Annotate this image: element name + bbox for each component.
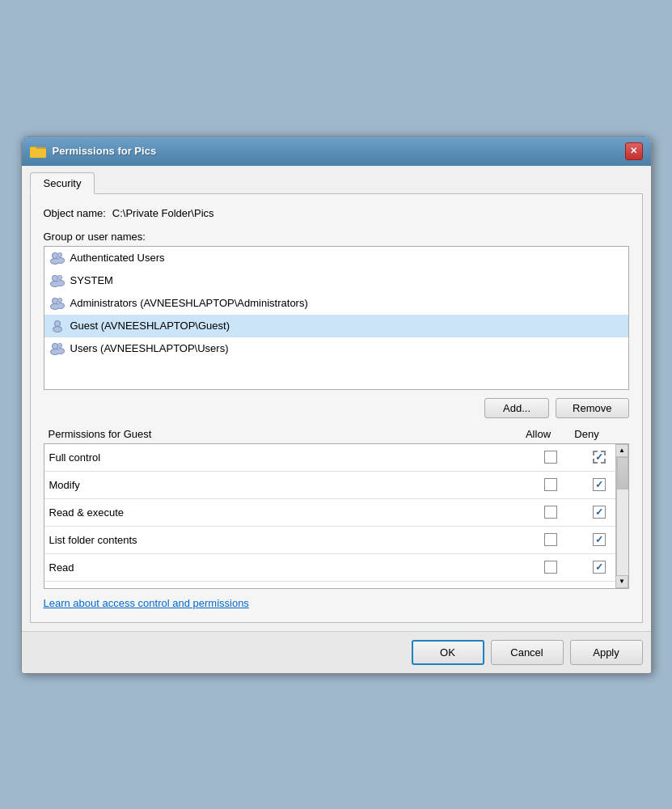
table-row: Modify: [44, 472, 628, 499]
user-name: Administrators (AVNEESHLAPTOP\Administra…: [70, 297, 308, 309]
svg-point-11: [57, 258, 64, 263]
learn-link[interactable]: Learn about access control and permissio…: [44, 597, 249, 609]
ok-button[interactable]: OK: [412, 640, 484, 665]
permissions-table: Full control Modify: [44, 443, 629, 589]
table-row: List folder contents: [44, 527, 628, 554]
deny-checkbox-fullcontrol[interactable]: [593, 451, 606, 464]
user-name: Users (AVNEESHLAPTOP\Users): [70, 342, 229, 354]
group-section-label: Group or user names:: [44, 231, 629, 243]
svg-point-31: [53, 327, 61, 332]
user-list-buttons: Add... Remove: [44, 398, 629, 418]
group-icon: [49, 273, 66, 289]
scrollbar-thumb[interactable]: [617, 457, 628, 489]
svg-point-30: [55, 321, 60, 326]
permissions-for-label: Permissions for Guest: [49, 428, 514, 440]
tab-content-security: Object name: C:\Private Folder\Pics Grou…: [30, 193, 643, 623]
apply-button[interactable]: Apply: [570, 640, 643, 665]
svg-point-19: [57, 281, 64, 286]
svg-point-16: [53, 276, 57, 281]
deny-checkbox-listfolder[interactable]: [593, 533, 606, 546]
svg-point-37: [57, 343, 61, 347]
dialog-title: Permissions for Pics: [53, 145, 625, 157]
user-name: Authenticated Users: [70, 252, 165, 264]
tab-bar: Security: [30, 172, 643, 194]
svg-point-8: [53, 253, 57, 258]
list-item-selected[interactable]: Guest (AVNEESHLAPTOP\Guest): [44, 315, 628, 337]
allow-cell[interactable]: [526, 561, 575, 574]
user-list[interactable]: Authenticated Users: [44, 246, 629, 390]
svg-point-27: [57, 303, 64, 308]
allow-cell[interactable]: [526, 451, 575, 464]
table-row: Read & execute: [44, 499, 628, 527]
permissions-dialog: Permissions for Pics ✕ Security Object n…: [21, 136, 652, 674]
table-row: Read: [44, 554, 628, 582]
svg-point-17: [57, 275, 61, 279]
svg-point-36: [53, 344, 57, 349]
deny-checkbox-read[interactable]: [593, 561, 606, 574]
object-path: C:\Private Folder\Pics: [112, 207, 214, 219]
add-button[interactable]: Add...: [484, 398, 549, 418]
allow-checkbox-fullcontrol[interactable]: [544, 451, 557, 464]
allow-cell[interactable]: [526, 533, 575, 546]
deny-col-header: Deny: [563, 428, 611, 440]
permissions-header: Permissions for Guest Allow Deny: [44, 428, 629, 443]
list-item[interactable]: SYSTEM: [44, 269, 628, 292]
deny-checkbox-readexecute[interactable]: [593, 506, 606, 519]
perm-name: Read & execute: [49, 506, 526, 519]
tab-security[interactable]: Security: [30, 172, 95, 194]
perm-name: List folder contents: [49, 534, 526, 546]
title-bar: Permissions for Pics ✕: [22, 137, 651, 166]
dialog-footer: OK Cancel Apply: [22, 631, 651, 673]
scroll-down-arrow[interactable]: ▼: [615, 575, 628, 588]
group-icon: [49, 295, 66, 311]
group-icon: [49, 250, 66, 266]
allow-checkbox-listfolder[interactable]: [544, 533, 557, 546]
allow-col-header: Allow: [514, 428, 563, 440]
group-icon: [49, 341, 66, 357]
dialog-body: Security Object name: C:\Private Folder\…: [22, 166, 651, 631]
svg-point-24: [53, 299, 57, 303]
scroll-up-arrow[interactable]: ▲: [615, 444, 628, 457]
deny-checkbox-modify[interactable]: [593, 478, 606, 491]
user-name: SYSTEM: [70, 274, 113, 286]
svg-point-25: [57, 298, 61, 302]
list-item[interactable]: Users (AVNEESHLAPTOP\Users): [44, 337, 628, 360]
object-name-row: Object name: C:\Private Folder\Pics: [44, 207, 629, 219]
object-name-label: Object name:: [44, 207, 106, 219]
svg-rect-3: [30, 147, 36, 150]
user-name: Guest (AVNEESHLAPTOP\Guest): [70, 320, 230, 332]
allow-checkbox-read[interactable]: [544, 561, 557, 574]
svg-point-39: [57, 349, 64, 354]
table-row: Full control: [44, 444, 628, 472]
scrollbar-track[interactable]: [616, 457, 628, 575]
close-button[interactable]: ✕: [625, 142, 643, 160]
cancel-button[interactable]: Cancel: [491, 640, 564, 665]
remove-button[interactable]: Remove: [556, 398, 628, 418]
folder-icon: [30, 143, 46, 159]
allow-cell[interactable]: [526, 478, 575, 491]
perm-name: Full control: [49, 451, 526, 464]
list-item[interactable]: Administrators (AVNEESHLAPTOP\Administra…: [44, 292, 628, 315]
svg-point-9: [57, 252, 61, 256]
perm-name: Modify: [49, 479, 526, 491]
user-icon: [49, 318, 66, 334]
allow-checkbox-readexecute[interactable]: [544, 506, 557, 519]
perm-name: Read: [49, 561, 526, 574]
list-item[interactable]: Authenticated Users: [44, 247, 628, 269]
permissions-scrollbar[interactable]: ▲ ▼: [615, 444, 628, 588]
allow-checkbox-modify[interactable]: [544, 478, 557, 491]
allow-cell[interactable]: [526, 506, 575, 519]
